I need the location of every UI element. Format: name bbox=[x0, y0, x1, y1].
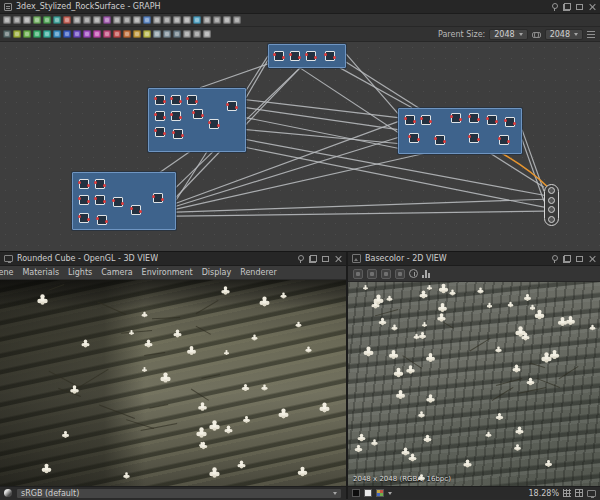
toolbar-icon[interactable] bbox=[53, 16, 61, 24]
grid-icon[interactable] bbox=[563, 489, 571, 497]
viewport-2d[interactable]: 2048 x 2048 (RGBA, 16bpc) bbox=[348, 282, 600, 486]
graph-node[interactable] bbox=[95, 179, 105, 189]
graph-node[interactable] bbox=[171, 95, 181, 105]
atomic-node-icon[interactable] bbox=[113, 30, 121, 38]
atomic-node-icon[interactable] bbox=[193, 30, 201, 38]
atomic-node-icon[interactable] bbox=[3, 30, 11, 38]
graph-node[interactable] bbox=[227, 101, 237, 111]
graph-node[interactable] bbox=[306, 51, 316, 61]
menu-item-environment[interactable]: Environment bbox=[142, 268, 193, 277]
graph-node[interactable] bbox=[155, 111, 165, 121]
node-cluster[interactable] bbox=[398, 108, 522, 154]
node-cluster[interactable] bbox=[72, 172, 176, 230]
graph-node[interactable] bbox=[451, 113, 461, 123]
graph-node[interactable] bbox=[97, 215, 107, 225]
toolbar-icon[interactable] bbox=[203, 16, 211, 24]
atomic-node-icon[interactable] bbox=[173, 30, 181, 38]
graph-node[interactable] bbox=[487, 115, 497, 125]
link-icon[interactable] bbox=[532, 32, 541, 37]
graph-node[interactable] bbox=[171, 111, 181, 121]
atomic-node-icon[interactable] bbox=[203, 30, 211, 38]
background-black-swatch[interactable] bbox=[352, 489, 360, 497]
float-window-icon[interactable] bbox=[563, 255, 571, 263]
chevron-down-icon[interactable] bbox=[388, 492, 392, 495]
graph-node[interactable] bbox=[274, 51, 284, 61]
atomic-node-icon[interactable] bbox=[143, 30, 151, 38]
toolbar-icon[interactable] bbox=[103, 16, 111, 24]
maximize-icon[interactable] bbox=[576, 256, 583, 262]
graph-node[interactable] bbox=[155, 127, 165, 137]
graph-node[interactable] bbox=[421, 115, 431, 125]
toolbar-icon[interactable] bbox=[223, 16, 231, 24]
toolbar-icon[interactable] bbox=[3, 16, 11, 24]
toolbar-icon[interactable] bbox=[83, 16, 91, 24]
menu-item-camera[interactable]: Camera bbox=[101, 268, 132, 277]
toolbar-icon[interactable] bbox=[163, 16, 171, 24]
toolbar-icon[interactable] bbox=[33, 16, 41, 24]
atomic-node-icon[interactable] bbox=[33, 30, 41, 38]
background-icon[interactable] bbox=[381, 269, 391, 279]
atomic-node-icon[interactable] bbox=[153, 30, 161, 38]
graph-node[interactable] bbox=[325, 51, 335, 61]
graph-node[interactable] bbox=[499, 135, 509, 145]
atomic-node-icon[interactable] bbox=[63, 30, 71, 38]
pin-icon[interactable] bbox=[551, 255, 558, 263]
atomic-node-icon[interactable] bbox=[163, 30, 171, 38]
toolbar-icon[interactable] bbox=[193, 16, 201, 24]
atomic-node-icon[interactable] bbox=[53, 30, 61, 38]
graph-node[interactable] bbox=[187, 95, 197, 105]
output-size-dropdown[interactable]: 2048 bbox=[545, 29, 583, 40]
toolbar-icon[interactable] bbox=[93, 16, 101, 24]
save-image-icon[interactable] bbox=[353, 269, 363, 279]
toolbar-icon[interactable] bbox=[113, 16, 121, 24]
atomic-node-icon[interactable] bbox=[43, 30, 51, 38]
graph-node[interactable] bbox=[209, 119, 219, 129]
graph-node[interactable] bbox=[435, 135, 445, 145]
graph-node[interactable] bbox=[95, 195, 105, 205]
graph-node[interactable] bbox=[469, 113, 479, 123]
toolbar-icon[interactable] bbox=[63, 16, 71, 24]
graph-node[interactable] bbox=[405, 115, 415, 125]
graph-node[interactable] bbox=[155, 95, 165, 105]
atomic-node-icon[interactable] bbox=[83, 30, 91, 38]
graph-canvas[interactable] bbox=[0, 42, 600, 251]
fit-view-icon[interactable] bbox=[587, 490, 596, 497]
toolbar-icon[interactable] bbox=[73, 16, 81, 24]
info-icon[interactable] bbox=[409, 269, 418, 278]
graph-node[interactable] bbox=[79, 195, 89, 205]
float-window-icon[interactable] bbox=[309, 255, 317, 263]
atomic-node-icon[interactable] bbox=[103, 30, 111, 38]
graph-node[interactable] bbox=[79, 213, 89, 223]
graph-node[interactable] bbox=[193, 109, 203, 119]
toolbar-icon[interactable] bbox=[183, 16, 191, 24]
maximize-icon[interactable] bbox=[322, 256, 329, 262]
pin-icon[interactable] bbox=[297, 255, 304, 263]
atomic-node-icon[interactable] bbox=[73, 30, 81, 38]
toolbar-icon[interactable] bbox=[233, 16, 241, 24]
node-cluster[interactable] bbox=[268, 44, 346, 68]
atomic-node-icon[interactable] bbox=[93, 30, 101, 38]
graph-node[interactable] bbox=[131, 205, 141, 215]
graph-node[interactable] bbox=[290, 51, 300, 61]
toolbar-icon[interactable] bbox=[213, 16, 221, 24]
atomic-node-icon[interactable] bbox=[13, 30, 21, 38]
menu-item-display[interactable]: Display bbox=[202, 268, 232, 277]
graph-node[interactable] bbox=[153, 193, 163, 203]
channels-icon[interactable] bbox=[395, 269, 405, 279]
toolbar-icon[interactable] bbox=[13, 16, 21, 24]
pin-icon[interactable] bbox=[551, 3, 558, 11]
float-window-icon[interactable] bbox=[563, 3, 571, 11]
background-white-swatch[interactable] bbox=[364, 489, 372, 497]
graph-node[interactable] bbox=[79, 179, 89, 189]
graph-node[interactable] bbox=[409, 133, 419, 143]
toolbar-icon[interactable] bbox=[43, 16, 51, 24]
node-cluster[interactable] bbox=[148, 88, 246, 152]
histogram-icon[interactable] bbox=[422, 269, 432, 278]
atomic-node-icon[interactable] bbox=[133, 30, 141, 38]
viewport-3d[interactable] bbox=[0, 280, 346, 486]
export-icon[interactable] bbox=[367, 269, 377, 279]
toolbar-icon[interactable] bbox=[153, 16, 161, 24]
menu-item-lights[interactable]: Lights bbox=[68, 268, 92, 277]
close-icon[interactable] bbox=[588, 255, 596, 263]
graph-node[interactable] bbox=[505, 117, 515, 127]
